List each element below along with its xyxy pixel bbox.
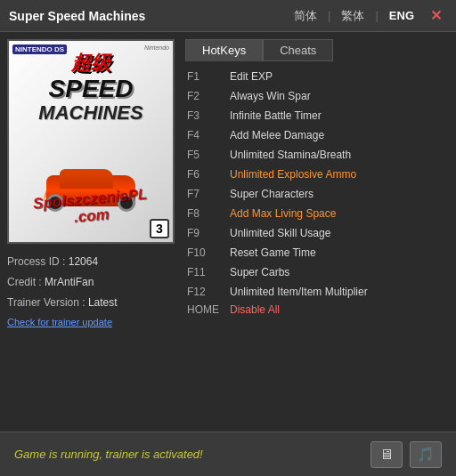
credit-label: Credit :: [7, 276, 42, 288]
monitor-icon: 🖥: [379, 447, 394, 463]
hotkey-label: Unlimited Item/Item Multiplier: [230, 284, 368, 300]
main-content: NINTENDO DS Nintendo 超级 SPEED MACHINES S…: [0, 32, 456, 432]
hotkey-label: Always Win Spar: [230, 88, 311, 104]
lang-simplified[interactable]: 简体: [290, 6, 321, 26]
credit-row: Credit : MrAntiFan: [7, 275, 176, 290]
hotkey-row: F3Infinite Battle Timer: [185, 106, 449, 125]
update-link[interactable]: Check for trainer update: [7, 317, 112, 327]
hotkey-key: F1: [187, 69, 223, 85]
close-button[interactable]: ✕: [425, 5, 447, 26]
hotkey-key: F7: [187, 186, 223, 202]
hotkey-row: F9Unlimited Skill Usage: [185, 223, 449, 243]
process-label: Process ID :: [7, 255, 65, 268]
hotkey-key: F6: [187, 166, 223, 182]
hotkey-label: Edit EXP: [230, 69, 273, 85]
hotkey-label: Unlimited Explosive Ammo: [230, 166, 356, 182]
trainer-value: Latest: [88, 296, 118, 309]
hotkey-key: F12: [187, 284, 223, 300]
left-panel: NINTENDO DS Nintendo 超级 SPEED MACHINES S…: [7, 39, 176, 424]
hotkey-row: F8Add Max Living Space: [185, 204, 449, 223]
hotkey-key: F10: [187, 245, 223, 261]
update-row[interactable]: Check for trainer update: [7, 315, 176, 330]
title-bar: Super Speed Machines 简体 | 繁体 | ENG ✕: [0, 0, 456, 32]
hotkey-label: Unlimited Skill Usage: [230, 225, 330, 241]
title-overlay: 超级 SPEED MACHINES: [9, 50, 173, 125]
hotkeys-list: F1Edit EXPF2Always Win SparF3Infinite Ba…: [185, 67, 449, 424]
hotkey-key: F8: [187, 206, 223, 222]
tabs: HotKeys Cheats: [185, 39, 449, 61]
hotkey-key: F3: [187, 108, 223, 124]
hotkey-label: Reset Game Time: [230, 245, 316, 261]
tab-cheats[interactable]: Cheats: [263, 39, 333, 61]
hotkey-key: F4: [187, 127, 223, 143]
hotkey-label: Infinite Battle Timer: [230, 108, 322, 124]
game-cover-image: NINTENDO DS Nintendo 超级 SPEED MACHINES S…: [7, 39, 175, 244]
hotkey-label: Unlimited Stamina/Breath: [230, 147, 351, 163]
home-disable-row: HOMEDisable All: [185, 302, 449, 318]
super-text: 超级: [9, 50, 173, 77]
lang-controls: 简体 | 繁体 | ENG ✕: [290, 5, 447, 26]
lang-english[interactable]: ENG: [386, 7, 418, 24]
hotkey-key: F2: [187, 88, 223, 104]
hotkey-row: F1Edit EXP: [185, 67, 449, 86]
rating-badge: 3: [150, 219, 169, 238]
hotkey-key: F5: [187, 147, 223, 163]
hotkey-key: F9: [187, 225, 223, 241]
home-key: HOME: [187, 303, 223, 316]
hotkey-key: F11: [187, 264, 223, 280]
music-icon: 🎵: [417, 446, 435, 463]
hotkey-row: F2Always Win Spar: [185, 86, 449, 106]
hotkey-row: F12Unlimited Item/Item Multiplier: [185, 282, 449, 302]
hotkey-row: F6Unlimited Explosive Ammo: [185, 165, 449, 184]
trainer-label: Trainer Version :: [7, 296, 86, 309]
status-bar: Game is running, trainer is activated! 🖥…: [0, 432, 456, 476]
hotkey-label: Add Max Living Space: [230, 206, 336, 222]
hotkey-label: Super Characters: [230, 186, 314, 202]
app-title: Super Speed Machines: [9, 9, 145, 23]
hotkey-row: F7Super Characters: [185, 184, 449, 204]
music-button[interactable]: 🎵: [410, 441, 442, 468]
monitor-button[interactable]: 🖥: [370, 441, 403, 468]
info-panel: Process ID : 12064 Credit : MrAntiFan Tr…: [7, 251, 176, 339]
hotkey-label: Super Carbs: [230, 264, 289, 280]
lang-traditional[interactable]: 繁体: [338, 6, 368, 26]
right-panel: HotKeys Cheats F1Edit EXPF2Always Win Sp…: [185, 39, 449, 424]
status-text: Game is running, trainer is activated!: [14, 448, 203, 461]
hotkey-row: F11Super Carbs: [185, 262, 449, 282]
machines-text: MACHINES: [9, 101, 173, 125]
process-row: Process ID : 12064: [7, 254, 176, 270]
hotkey-row: F10Reset Game Time: [185, 243, 449, 262]
hotkey-row: F4Add Melee Damage: [185, 125, 449, 145]
credit-value: MrAntiFan: [45, 276, 94, 288]
speed-text: SPEED: [9, 77, 173, 101]
process-value: 12064: [69, 255, 98, 268]
home-label: Disable All: [230, 303, 280, 316]
status-icons: 🖥 🎵: [370, 441, 442, 468]
trainer-version-row: Trainer Version : Latest: [7, 295, 176, 311]
hotkey-label: Add Melee Damage: [230, 127, 324, 143]
hotkey-row: F5Unlimited Stamina/Breath: [185, 145, 449, 165]
tab-hotkeys[interactable]: HotKeys: [185, 39, 263, 61]
